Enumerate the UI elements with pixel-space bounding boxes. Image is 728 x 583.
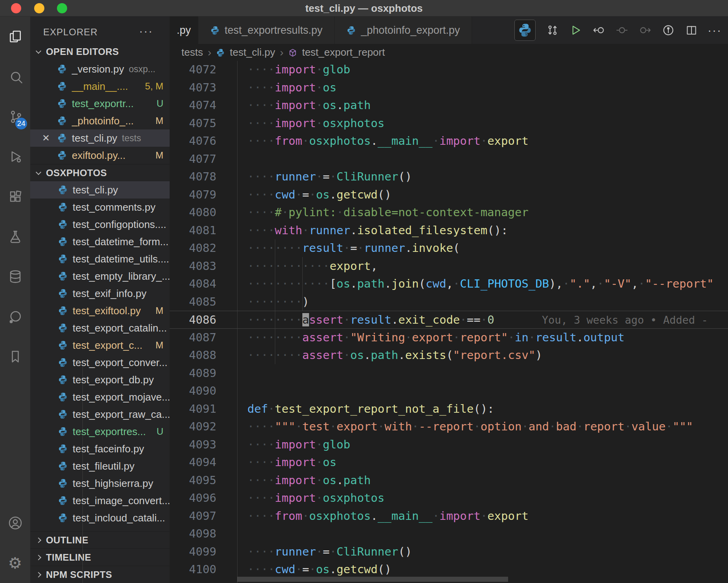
code-line[interactable]: 4082········result·=·runner.invoke(	[170, 239, 728, 257]
tree-item[interactable]: test_cli.py	[30, 181, 170, 199]
code-line-content[interactable]: ····import·os	[216, 454, 337, 472]
explorer-icon[interactable]	[0, 16, 30, 56]
code-line-content[interactable]	[216, 150, 247, 168]
open-editor-item[interactable]: ✕test_cli.pytests	[30, 129, 170, 147]
code-line-content[interactable]	[216, 364, 247, 383]
open-editors-header[interactable]: OPEN EDITORS	[30, 43, 170, 60]
code-line-content[interactable]: ····import·glob	[216, 61, 350, 79]
testing-flask-icon[interactable]	[0, 217, 30, 257]
code-line[interactable]: 4075····import·osxphotos	[170, 115, 728, 133]
tree-item[interactable]: test_export_raw_ca...	[30, 406, 170, 423]
code-line[interactable]: 4091def·test_export_report_not_a_file():	[170, 400, 728, 418]
code-line-content[interactable]: ········assert·"Writing·export·report"·i…	[216, 329, 624, 347]
step-out-icon[interactable]	[639, 24, 651, 36]
step-back-icon[interactable]	[593, 24, 605, 36]
code-line[interactable]: 4076····from·osxphotos.__main__·import·e…	[170, 132, 728, 150]
code-line-content[interactable]: ····cwd·=·os.getcwd()	[216, 561, 391, 579]
jupyter-icon[interactable]	[0, 297, 30, 337]
tree-item[interactable]: test_comments.py	[30, 199, 170, 216]
editor-tab[interactable]: .py	[170, 16, 198, 44]
tree-item[interactable]: test_highsierra.py	[30, 475, 170, 492]
run-debug-icon[interactable]	[0, 137, 30, 177]
code-line[interactable]: 4097····from·osxphotos.__main__·import·e…	[170, 507, 728, 525]
tree-item[interactable]: test_exportres...U	[30, 423, 170, 440]
code-line-content[interactable]: ····from·osxphotos.__main__·import·expor…	[216, 507, 529, 525]
tree-item[interactable]: test_faceinfo.py	[30, 440, 170, 457]
code-line[interactable]: 4093····import·glob	[170, 436, 728, 454]
code-line[interactable]: 4073····import·os	[170, 79, 728, 97]
tree-item[interactable]: test_exif_info.py	[30, 285, 170, 302]
code-line-content[interactable]: ····runner·=·CliRunner()	[216, 168, 412, 186]
breadcrumb-item-file[interactable]: test_cli.py	[230, 46, 275, 58]
settings-gear-icon[interactable]: ⚙	[0, 543, 30, 583]
close-icon[interactable]: ✕	[42, 133, 50, 144]
tree-item[interactable]: test_export_db.py	[30, 371, 170, 388]
code-line-content[interactable]: ····cwd·=·os.getcwd()	[216, 186, 391, 204]
tree-item[interactable]: test_exiftool.pyM	[30, 302, 170, 319]
code-line-content[interactable]: def·test_export_report_not_a_file():	[216, 400, 494, 418]
sidebar-section-npm-scripts[interactable]: NPM SCRIPTS	[30, 566, 170, 583]
breadcrumb-item-tests[interactable]: tests	[181, 46, 203, 58]
tree-item[interactable]: test_export_conver...	[30, 354, 170, 371]
code-line-content[interactable]	[216, 525, 247, 543]
code-line[interactable]: 4099····runner·=·CliRunner()	[170, 543, 728, 561]
code-line[interactable]: 4087········assert·"Writing·export·repor…	[170, 329, 728, 347]
tree-item[interactable]: test_image_convert...	[30, 492, 170, 509]
breadcrumb-item-symbol[interactable]: test_export_report	[302, 46, 385, 58]
tree-section-header[interactable]: OSXPHOTOS	[30, 164, 170, 181]
open-editor-item[interactable]: _version.pyosxp...	[30, 60, 170, 78]
code-line-content[interactable]: ····from·osxphotos.__main__·import·expor…	[216, 132, 529, 150]
code-line[interactable]: 4100····cwd·=·os.getcwd()	[170, 561, 728, 579]
tree-item[interactable]: test_configoptions....	[30, 216, 170, 233]
code-line[interactable]: 4074····import·os.path	[170, 97, 728, 115]
code-line-content[interactable]: ········)	[216, 293, 309, 311]
step-over-icon[interactable]	[616, 24, 628, 36]
code-line-content[interactable]: ············[os.path.join(cwd,·CLI_PHOTO…	[216, 275, 713, 293]
code-line[interactable]: 4078····runner·=·CliRunner()	[170, 168, 728, 186]
tree-item[interactable]: test_datetime_form...	[30, 233, 170, 250]
search-icon[interactable]	[0, 56, 30, 97]
code-line[interactable]: 4088········assert·os.path.exists("repor…	[170, 346, 728, 364]
open-editor-item[interactable]: exiftool.py...M	[30, 147, 170, 164]
code-line[interactable]: 4077	[170, 150, 728, 168]
tree-item[interactable]: test_empty_library_...	[30, 268, 170, 285]
code-line[interactable]: 4096····import·osxphotos	[170, 489, 728, 507]
code-line-content[interactable]: ····#·pylint:·disable=not-context-manage…	[216, 204, 529, 222]
tree-item[interactable]: test_export_catalin...	[30, 319, 170, 337]
open-editor-item[interactable]: __main__....5, M	[30, 78, 170, 95]
source-control-icon[interactable]: 24	[0, 97, 30, 137]
code-line-content[interactable]: ········result·=·runner.invoke(	[216, 239, 460, 257]
code-line[interactable]: 4095····import·os.path	[170, 472, 728, 490]
horizontal-scrollbar[interactable]	[237, 577, 508, 582]
code-line-content[interactable]: ····import·glob	[216, 436, 350, 454]
views-more-actions-icon[interactable]: ···	[139, 24, 153, 38]
code-line-content[interactable]: ····"""·test·export·with·--report·option…	[216, 418, 693, 436]
code-line[interactable]: 4089	[170, 364, 728, 383]
open-editor-item[interactable]: test_exportr...U	[30, 95, 170, 112]
split-editor-icon[interactable]	[685, 24, 698, 36]
account-icon[interactable]	[0, 503, 30, 543]
python-interpreter-button[interactable]	[514, 20, 536, 41]
code-line-content[interactable]: ········assert·result.exit_code·==·0	[216, 311, 494, 328]
code-line[interactable]: 4098	[170, 525, 728, 543]
code-line-content[interactable]: ····import·os.path	[216, 97, 371, 115]
code-line[interactable]: 4083············export,	[170, 257, 728, 275]
tree-item[interactable]: test_export_c...M	[30, 337, 170, 354]
code-line[interactable]: 4086········assert·result.exit_code·==·0…	[170, 311, 728, 329]
tree-item[interactable]: test_datetime_utils....	[30, 250, 170, 268]
code-line-content[interactable]: ········assert·os.path.exists("report.cs…	[216, 346, 542, 364]
code-line[interactable]: 4092····"""·test·export·with·--report·op…	[170, 418, 728, 436]
code-line-content[interactable]: ····import·osxphotos	[216, 115, 384, 133]
code-line[interactable]: 4094····import·os	[170, 454, 728, 472]
code-line[interactable]: 4072····import·glob	[170, 61, 728, 79]
bookmarks-icon[interactable]	[0, 337, 30, 377]
code-line[interactable]: 4079····cwd·=·os.getcwd()	[170, 186, 728, 204]
code-editor[interactable]: 4072····import·glob4073····import·os4074…	[170, 61, 728, 583]
run-python-file-icon[interactable]	[569, 24, 582, 36]
tree-item[interactable]: test_export_mojave...	[30, 388, 170, 406]
code-line[interactable]: 4090	[170, 382, 728, 400]
editor-tab[interactable]: test_exportresults.py	[198, 16, 335, 44]
code-line[interactable]: 4085········)	[170, 293, 728, 311]
open-editor-item[interactable]: _photoinfo_...M	[30, 112, 170, 129]
code-line-content[interactable]: ····import·os	[216, 79, 337, 97]
